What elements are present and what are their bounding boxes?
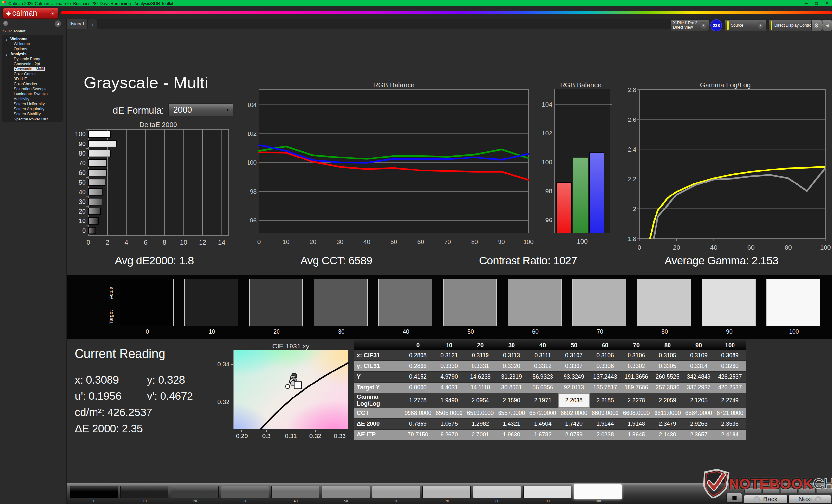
pattern-button-50[interactable]	[322, 486, 370, 498]
table-row-cct: CCT9968.00006505.00006519.00006557.00006…	[354, 408, 746, 419]
svg-text:96: 96	[250, 217, 257, 224]
svg-text:2: 2	[633, 205, 636, 213]
app-icon	[2, 1, 6, 5]
reading-x: x: 0.3089	[75, 373, 119, 386]
meter-dropdown[interactable]: X-Rite i1Pro 2 Direct View ▼	[671, 20, 709, 31]
svg-text:20: 20	[79, 208, 86, 215]
cell: 426.2537	[714, 382, 746, 393]
col-header-10: 10	[434, 340, 465, 350]
next-button[interactable]: Next »	[788, 495, 831, 504]
cie-ytick: 0.34	[213, 361, 230, 368]
pattern-button-60[interactable]	[372, 486, 420, 498]
back-label: Back	[763, 496, 777, 503]
pattern-button-20[interactable]	[171, 486, 219, 498]
quick-button[interactable]	[817, 488, 832, 493]
svg-text:30: 30	[79, 198, 86, 205]
tree-group-analysis[interactable]: ◢Analysis	[2, 52, 63, 56]
sidebar-item-saturation-sweeps[interactable]: Saturation Sweeps	[2, 87, 63, 91]
sidebar-collapse-button[interactable]: ◀	[55, 21, 61, 27]
sidebar-item-grayscale-multi[interactable]: Grayscale - Multi	[2, 66, 63, 72]
sidebar-item-colorchecker[interactable]: ColorChecker	[2, 82, 63, 87]
swatch-label-80: 80	[637, 328, 692, 335]
pattern-button-80[interactable]	[473, 486, 521, 498]
back-button[interactable]: « Back	[744, 495, 788, 504]
sidebar-item-screen-stability[interactable]: Screen Stability	[2, 112, 63, 117]
swatch-label-90: 90	[702, 328, 757, 335]
settings-button[interactable]: ⚙	[811, 20, 822, 31]
source-dropdown[interactable]: Source ▼	[725, 20, 766, 31]
pattern-button-90[interactable]	[523, 486, 571, 498]
maximize-button[interactable]: □	[815, 1, 818, 5]
svg-text:70: 70	[79, 160, 86, 167]
cell: 2.1430	[652, 429, 683, 440]
cell: 6.2670	[434, 429, 465, 440]
collapse-panel-button[interactable]: ◀	[823, 20, 832, 31]
pattern-button-label-100: 100	[574, 499, 622, 503]
cell: 31.2319	[496, 371, 527, 382]
minimize-button[interactable]: ─	[805, 1, 808, 5]
cell: 79.7150	[402, 429, 434, 440]
contrast-ratio-stat: Contrast Ratio: 1027	[460, 254, 596, 267]
sidebar-item-welcome[interactable]: Welcome	[2, 41, 63, 47]
svg-text:80: 80	[471, 239, 478, 245]
sidebar-item-3d-lut[interactable]: 3D LUT	[2, 77, 63, 82]
svg-text:12: 12	[199, 239, 206, 246]
arrow-left-icon: ◀	[826, 23, 828, 28]
sidebar-item-spectral-power-dist[interactable]: Spectral Power Dist.	[2, 117, 63, 122]
pattern-button-10[interactable]	[120, 486, 168, 498]
cell: 93.3249	[558, 371, 590, 382]
sidebar-item-screen-angularity[interactable]: Screen Angularity	[2, 107, 63, 112]
cell: 0.3306	[590, 361, 621, 371]
svg-text:0: 0	[82, 227, 86, 234]
actual-row-label: Actual	[107, 280, 115, 305]
pattern-button-100[interactable]	[574, 484, 622, 500]
cell: 0.3307	[558, 361, 590, 371]
sidebar-item-options[interactable]: Options	[2, 47, 63, 52]
calman-menu-button[interactable]: ◈ calman ▾	[3, 8, 58, 19]
page-title: Grayscale - Multi	[84, 74, 209, 92]
sidebar-item-additivity[interactable]: Additivity	[2, 97, 63, 102]
quick-button[interactable]	[799, 488, 816, 493]
pattern-button-30[interactable]	[221, 486, 269, 498]
swatch-label-30: 30	[314, 328, 369, 335]
svg-text:2.2: 2.2	[628, 176, 636, 183]
pattern-window-button[interactable]	[726, 493, 742, 503]
close-button[interactable]: ✕	[826, 1, 829, 5]
tab-history-1[interactable]: History 1	[66, 19, 87, 29]
sidebar-item-grayscale-2pt[interactable]: Grayscale - 2pt	[2, 62, 63, 66]
pattern-button-0[interactable]	[70, 486, 118, 498]
svg-text:40: 40	[79, 188, 86, 196]
add-tab-button[interactable]: +	[88, 20, 98, 29]
sidebar-item-dynamic-range[interactable]: Dynamic Range	[2, 57, 63, 62]
cell: 1.6782	[527, 429, 558, 440]
svg-text:100: 100	[820, 244, 831, 251]
cell: 0.3280	[714, 361, 746, 371]
pattern-button-40[interactable]	[271, 486, 319, 498]
sidebar-item-luminance-sweeps[interactable]: Luminance Sweeps	[2, 91, 63, 96]
rainbow-strip	[61, 11, 832, 14]
quick-button[interactable]	[762, 488, 779, 493]
svg-text:40: 40	[710, 244, 717, 251]
cell: 0.3331	[465, 361, 496, 371]
reading-luminance: cd/m²: 426.2537	[75, 406, 152, 419]
pattern-bottom-bar: 0102030405060708090100 « Back Next »	[67, 483, 832, 504]
svg-text:40: 40	[363, 239, 370, 245]
cell: 6572.0000	[527, 408, 558, 419]
gray-swatch-100	[766, 279, 820, 326]
cell: 4.4031	[434, 382, 465, 393]
swatch-label-100: 100	[766, 328, 822, 335]
cell: 1.2778	[402, 393, 434, 408]
sidebar-item-color-gamut[interactable]: Color Gamut	[2, 72, 63, 77]
gear-icon: ⚙	[814, 22, 819, 29]
chevron-down-icon: ▼	[700, 22, 707, 29]
cell: 6557.0000	[496, 408, 527, 419]
quick-button[interactable]	[744, 488, 761, 493]
pattern-button-70[interactable]	[422, 486, 471, 498]
quick-button[interactable]	[781, 488, 798, 493]
de-formula-select[interactable]: 2000 ▼	[168, 103, 233, 116]
tree-group-welcome[interactable]: ◢Welcome	[2, 37, 63, 41]
sidebar-item-screen-uniformity[interactable]: Screen Uniformity	[2, 102, 63, 107]
cell: 1.4504	[527, 419, 558, 429]
workflow-options-button[interactable]	[3, 21, 8, 26]
svg-text:8: 8	[163, 239, 166, 246]
